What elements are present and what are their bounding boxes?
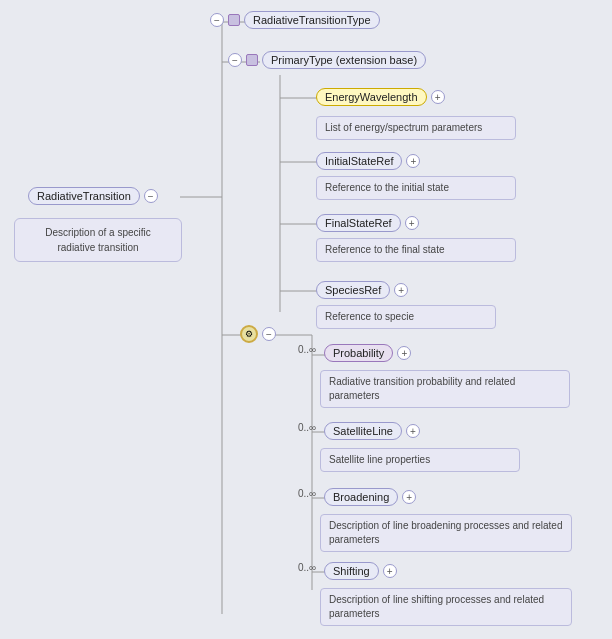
- species-expand-btn[interactable]: +: [394, 283, 408, 297]
- radiative-transition-node: RadiativeTransition −: [28, 187, 158, 205]
- shifting-expand-btn[interactable]: +: [383, 564, 397, 578]
- shifting-multiplicity: 0..∞: [298, 562, 316, 573]
- probability-description: Radiative transition probability and rel…: [320, 370, 570, 408]
- broadening-label: Broadening: [324, 488, 398, 506]
- final-state-node: FinalStateRef +: [316, 214, 419, 232]
- satellite-line-node: SatelliteLine +: [324, 422, 420, 440]
- broadening-node: Broadening +: [324, 488, 416, 506]
- satellite-multiplicity: 0..∞: [298, 422, 316, 433]
- root-collapse-btn[interactable]: −: [210, 13, 224, 27]
- diagram-container: − RadiativeTransitionType − PrimaryType …: [0, 0, 612, 639]
- radiative-transition-description: Description of a specificradiative trans…: [14, 218, 182, 262]
- satellite-line-label: SatelliteLine: [324, 422, 402, 440]
- final-expand-btn[interactable]: +: [405, 216, 419, 230]
- probability-expand-btn[interactable]: +: [397, 346, 411, 360]
- energy-description: List of energy/spectrum parameters: [316, 116, 516, 140]
- gear-collapse-btn[interactable]: −: [262, 327, 276, 341]
- gear-icon: ⚙: [240, 325, 258, 343]
- energy-wavelength-node: EnergyWavelength +: [316, 88, 445, 106]
- species-description: Reference to specie: [316, 305, 496, 329]
- satellite-expand-btn[interactable]: +: [406, 424, 420, 438]
- probability-label: Probability: [324, 344, 393, 362]
- broadening-description: Description of line broadening processes…: [320, 514, 572, 552]
- primary-type-node: − PrimaryType (extension base): [228, 51, 426, 69]
- species-ref-node: SpeciesRef +: [316, 281, 408, 299]
- initial-expand-btn[interactable]: +: [406, 154, 420, 168]
- root-type-icon: [228, 14, 240, 26]
- primary-collapse-btn[interactable]: −: [228, 53, 242, 67]
- energy-expand-btn[interactable]: +: [431, 90, 445, 104]
- probability-node: Probability +: [324, 344, 411, 362]
- broadening-multiplicity: 0..∞: [298, 488, 316, 499]
- root-node: − RadiativeTransitionType: [210, 11, 380, 29]
- initial-state-label: InitialStateRef: [316, 152, 402, 170]
- shifting-label: Shifting: [324, 562, 379, 580]
- root-label: RadiativeTransitionType: [244, 11, 380, 29]
- shifting-node: Shifting +: [324, 562, 397, 580]
- primary-type-icon: [246, 54, 258, 66]
- shifting-description: Description of line shifting processes a…: [320, 588, 572, 626]
- broadening-expand-btn[interactable]: +: [402, 490, 416, 504]
- initial-state-node: InitialStateRef +: [316, 152, 420, 170]
- energy-wavelength-label: EnergyWavelength: [316, 88, 427, 106]
- primary-type-label: PrimaryType (extension base): [262, 51, 426, 69]
- species-ref-label: SpeciesRef: [316, 281, 390, 299]
- radiative-transition-label: RadiativeTransition: [28, 187, 140, 205]
- initial-description: Reference to the initial state: [316, 176, 516, 200]
- satellite-description: Satellite line properties: [320, 448, 520, 472]
- gear-node: ⚙ −: [240, 325, 276, 343]
- final-state-label: FinalStateRef: [316, 214, 401, 232]
- probability-multiplicity: 0..∞: [298, 344, 316, 355]
- radiative-transition-collapse-btn[interactable]: −: [144, 189, 158, 203]
- final-description: Reference to the final state: [316, 238, 516, 262]
